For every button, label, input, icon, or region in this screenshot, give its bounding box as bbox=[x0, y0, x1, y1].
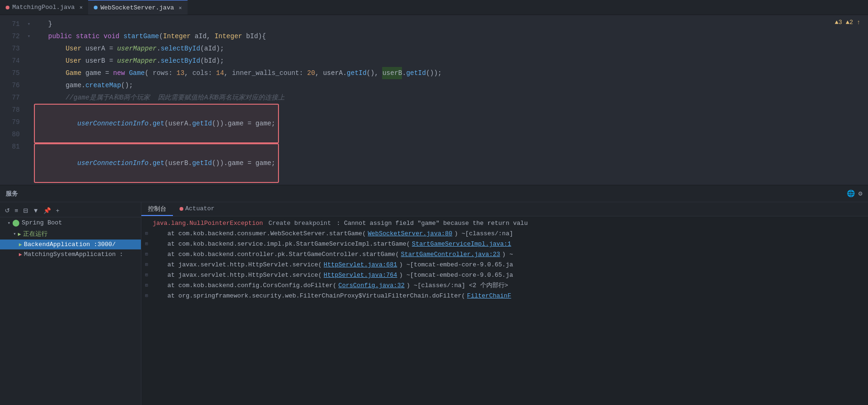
link-websocket-80[interactable]: WebSocketServer.java:80 bbox=[368, 229, 452, 239]
link-startgame-service[interactable]: StartGameServiceImpl.java:1 bbox=[412, 239, 511, 249]
console-panel: 控制台 Actuator java.lang.NullPointerExcept… bbox=[141, 202, 868, 405]
toolbar-filter-btn[interactable]: ▼ bbox=[32, 206, 40, 215]
services-panel: 服务 🌐 ⚙ ↺ ≡ ⊟ ▼ 📌 + ▾ ⬤ Spring Boot ▾ bbox=[0, 185, 868, 405]
tree-label-backend: BackendApplication :3000/ bbox=[24, 241, 116, 248]
arrow-running: ▾ bbox=[13, 231, 16, 237]
code-line-78: //game是属于A和B两个玩家 因此需要赋值给A和B两名玩家对应的连接上 bbox=[24, 91, 868, 104]
code-lines: 71 72 73 74 75 76 77 78 79 80 81 ▾ } ▾ p… bbox=[0, 15, 868, 185]
ln-73: 73 bbox=[6, 42, 20, 55]
ln-77: 77 bbox=[6, 91, 20, 104]
console-line-6: ⊞ at com.kob.backend.config.CorsConfig.d… bbox=[145, 281, 864, 291]
ln-72: 72 bbox=[6, 30, 20, 42]
tree-label-running: 正在运行 bbox=[23, 230, 48, 238]
code-line-73: User userA = userMapper.selectById(aId); bbox=[24, 42, 868, 55]
code-line-79: userConnectionInfo.get(userA.getId()).ga… bbox=[24, 104, 868, 143]
console-tabs: 控制台 Actuator bbox=[141, 202, 868, 216]
ln-80: 80 bbox=[6, 128, 20, 141]
actuator-dot-icon bbox=[180, 207, 183, 211]
boxed-line-80: userConnectionInfo.get(userB.getId()).ga… bbox=[34, 143, 279, 183]
exp-4: ⊞ bbox=[145, 260, 151, 270]
code-line-72: ▾ public static void startGame(Integer a… bbox=[24, 30, 868, 42]
tab-console[interactable]: 控制台 bbox=[141, 202, 173, 216]
code-line-80: userConnectionInfo.get(userB.getId()).ga… bbox=[24, 143, 868, 183]
ln-79: 79 bbox=[6, 116, 20, 128]
tab-close-matching[interactable]: ✕ bbox=[80, 4, 83, 10]
exp-7: ⊞ bbox=[145, 291, 151, 301]
console-content: java.lang.NullPointerException Create br… bbox=[141, 216, 868, 405]
tree-running-group[interactable]: ▾ ▶ 正在运行 bbox=[0, 228, 141, 240]
spring-icon: ⬤ bbox=[12, 219, 20, 227]
console-line-7: ⊞ at org.springframework.security.web.Fi… bbox=[145, 291, 864, 301]
link-filterchain[interactable]: FilterChainF bbox=[467, 291, 511, 301]
tree-matching-app[interactable]: ▶ MatchingSystemApplication : bbox=[0, 249, 141, 259]
tab-bar: MatchingPool.java ✕ WebSocketServer.java… bbox=[0, 0, 868, 15]
boxed-line-79: userConnectionInfo.get(userA.getId()).ga… bbox=[34, 104, 279, 143]
tree-label-matching: MatchingSystemApplication : bbox=[24, 251, 123, 258]
settings-icon[interactable]: ⚙ bbox=[859, 190, 862, 198]
line-numbers: 71 72 73 74 75 76 77 78 79 80 81 bbox=[0, 15, 24, 185]
tree-toolbar: ↺ ≡ ⊟ ▼ 📌 + bbox=[0, 204, 141, 217]
code-line-76: game.createMap(); bbox=[24, 79, 868, 91]
globe-icon[interactable]: 🌐 bbox=[847, 190, 855, 198]
toolbar-reload-btn[interactable]: ↺ bbox=[4, 206, 11, 215]
ln-71: 71 bbox=[6, 18, 20, 30]
tab-actuator[interactable]: Actuator bbox=[173, 202, 221, 216]
exp-5: ⊞ bbox=[145, 270, 151, 281]
tab-icon-red bbox=[6, 6, 9, 9]
ln-81: 81 bbox=[6, 141, 20, 153]
ln-76: 76 bbox=[6, 79, 20, 91]
link-corsconfig[interactable]: CorsConfig.java:32 bbox=[338, 281, 404, 291]
tree-label-spring-boot: Spring Boot bbox=[22, 219, 62, 226]
tab-close-websocket[interactable]: ✕ bbox=[179, 5, 182, 11]
toolbar-pin-btn[interactable]: 📌 bbox=[42, 206, 52, 215]
tab-matching-pool[interactable]: MatchingPool.java ✕ bbox=[0, 0, 88, 15]
console-line-2: ⊞ at com.kob.backend.service.impl.pk.Sta… bbox=[145, 239, 864, 249]
link-httpservlet-764[interactable]: HttpServlet.java:764 bbox=[324, 270, 397, 281]
services-body: ↺ ≡ ⊟ ▼ 📌 + ▾ ⬤ Spring Boot ▾ ▶ 正在运行 ▶ B… bbox=[0, 202, 868, 405]
code-editor: ▲3 ▲2 ↑ 71 72 73 74 75 76 77 78 79 80 81… bbox=[0, 15, 868, 185]
console-line-0: java.lang.NullPointerException Create br… bbox=[145, 218, 864, 229]
code-line-74: User userB = userMapper.selectById(bId); bbox=[24, 55, 868, 67]
tab-websocket-server[interactable]: WebSocketServer.java ✕ bbox=[88, 0, 188, 15]
tab-actuator-label: Actuator bbox=[185, 205, 214, 212]
ln-74: 74 bbox=[6, 55, 20, 67]
console-line-4: ⊞ at javax.servlet.http.HttpServlet.serv… bbox=[145, 260, 864, 270]
tab-label-websocket: WebSocketServer.java bbox=[100, 4, 174, 11]
tab-icon-blue bbox=[94, 6, 98, 9]
run-backend-icon: ▶ bbox=[19, 241, 22, 248]
ln-78: 78 bbox=[6, 104, 20, 116]
warn-badge: ▲3 ▲2 ↑ bbox=[835, 19, 860, 26]
arrow-spring-boot: ▾ bbox=[8, 220, 10, 226]
tree-backend-app[interactable]: ▶ BackendApplication :3000/ bbox=[0, 240, 141, 249]
services-header: 服务 🌐 ⚙ bbox=[0, 185, 868, 202]
exp-1: ⊞ bbox=[145, 229, 151, 239]
tab-label-matching: MatchingPool.java bbox=[12, 4, 75, 11]
link-httpservlet-681[interactable]: HttpServlet.java:681 bbox=[324, 260, 397, 270]
run-group-icon: ▶ bbox=[18, 231, 21, 237]
console-line-5: ⊞ at javax.servlet.http.HttpServlet.serv… bbox=[145, 270, 864, 281]
service-tree: ↺ ≡ ⊟ ▼ 📌 + ▾ ⬤ Spring Boot ▾ ▶ 正在运行 ▶ B… bbox=[0, 202, 141, 405]
link-startgame-ctrl[interactable]: StartGameController.java:23 bbox=[401, 249, 500, 260]
tree-spring-boot[interactable]: ▾ ⬤ Spring Boot bbox=[0, 217, 141, 228]
exp-2: ⊞ bbox=[145, 239, 151, 249]
tab-console-label: 控制台 bbox=[148, 205, 166, 213]
toolbar-add-btn[interactable]: + bbox=[55, 206, 60, 215]
code-content: ▾ } ▾ public static void startGame(Integ… bbox=[24, 15, 868, 185]
fold-71[interactable]: ▾ bbox=[27, 18, 31, 30]
run-matching-icon: ▶ bbox=[19, 251, 22, 257]
services-title: 服务 bbox=[6, 190, 18, 198]
code-line-75: Game game = new Game( rows: 13, cols: 14… bbox=[24, 67, 868, 79]
console-line-1: ⊞ at com.kob.backend.consumer.WebSocketS… bbox=[145, 229, 864, 239]
fold-72[interactable]: ▾ bbox=[27, 30, 31, 42]
code-line-71: ▾ } bbox=[24, 18, 868, 30]
exp-6: ⊞ bbox=[145, 281, 151, 291]
toolbar-collapse-btn[interactable]: ⊟ bbox=[22, 206, 29, 215]
toolbar-expand-btn[interactable]: ≡ bbox=[14, 206, 19, 215]
console-line-3: ⊞ at com.kob.backend.controller.pk.Start… bbox=[145, 249, 864, 260]
exp-3: ⊞ bbox=[145, 249, 151, 260]
ln-75: 75 bbox=[6, 67, 20, 79]
services-header-icons: 🌐 ⚙ bbox=[847, 190, 862, 198]
